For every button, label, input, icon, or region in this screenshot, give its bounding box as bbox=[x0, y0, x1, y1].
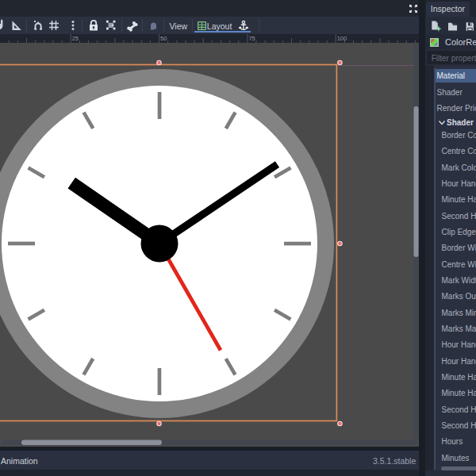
svg-text:100: 100 bbox=[337, 35, 347, 42]
svg-text:25: 25 bbox=[72, 35, 79, 42]
svg-text:75: 75 bbox=[248, 35, 255, 42]
svg-text:50: 50 bbox=[160, 35, 167, 42]
